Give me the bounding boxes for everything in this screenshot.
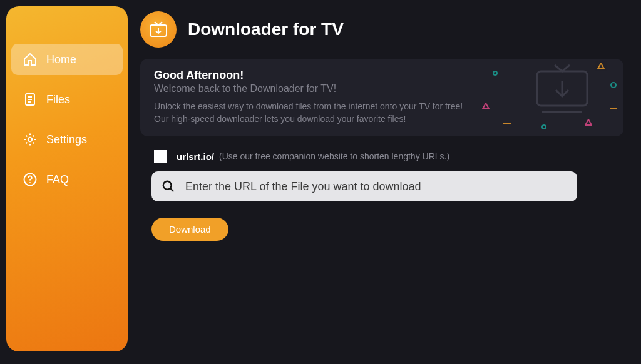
settings-icon: [23, 132, 38, 147]
svg-point-6: [29, 182, 31, 183]
svg-point-4: [28, 138, 32, 141]
deco-circle-3: [541, 124, 547, 130]
search-icon: [162, 179, 175, 193]
sidebar: Home Files Settings FAQ: [6, 6, 128, 351]
url-shortener-hint: (Use our free companion website to short…: [219, 151, 449, 161]
sidebar-item-files[interactable]: Files: [11, 84, 123, 115]
url-shortener-label: urlsrt.io/: [177, 151, 214, 162]
welcome-subheading: Welcome back to the Downloader for TV!: [154, 83, 467, 94]
app-title: Downloader for TV: [188, 19, 344, 39]
app-logo: [140, 11, 177, 48]
download-button[interactable]: Download: [151, 218, 228, 241]
welcome-card: Good Afternoon! Welcome back to the Down…: [140, 59, 623, 136]
url-shortener-row: urlsrt.io/ (Use our free companion websi…: [140, 150, 623, 163]
sidebar-item-home[interactable]: Home: [11, 44, 123, 75]
tv-download-icon: [147, 18, 170, 41]
faq-icon: [23, 172, 38, 187]
deco-triangle-1: [597, 63, 605, 70]
sidebar-item-settings[interactable]: Settings: [11, 124, 123, 155]
home-icon: [23, 52, 38, 67]
main-content: Downloader for TV Good Afternoon! Welcom…: [128, 0, 641, 364]
header: Downloader for TV: [140, 11, 623, 48]
sidebar-item-label: Settings: [46, 133, 87, 146]
deco-circle-1: [610, 81, 617, 89]
sidebar-item-faq[interactable]: FAQ: [11, 164, 123, 195]
url-input-container[interactable]: [151, 171, 577, 201]
svg-point-10: [611, 83, 616, 88]
files-icon: [23, 92, 38, 107]
svg-rect-8: [537, 71, 587, 106]
sidebar-item-label: FAQ: [46, 173, 69, 186]
url-input[interactable]: [185, 180, 567, 193]
sidebar-item-label: Files: [46, 93, 70, 106]
sidebar-item-label: Home: [46, 53, 76, 66]
svg-line-16: [170, 188, 173, 191]
deco-circle-2: [492, 70, 498, 76]
decorative-graphic: [461, 59, 623, 136]
deco-triangle-3: [482, 103, 490, 110]
svg-point-15: [163, 181, 172, 190]
url-shortener-checkbox[interactable]: [154, 150, 167, 163]
deco-triangle-2: [585, 119, 592, 126]
greeting-text: Good Afternoon!: [154, 69, 467, 82]
deco-dash-2: [503, 123, 511, 125]
svg-point-12: [542, 125, 546, 129]
welcome-description: Unlock the easiest way to download files…: [154, 101, 467, 125]
deco-dash-1: [610, 108, 617, 110]
svg-point-11: [493, 71, 497, 75]
monitor-download-icon: [506, 59, 618, 134]
